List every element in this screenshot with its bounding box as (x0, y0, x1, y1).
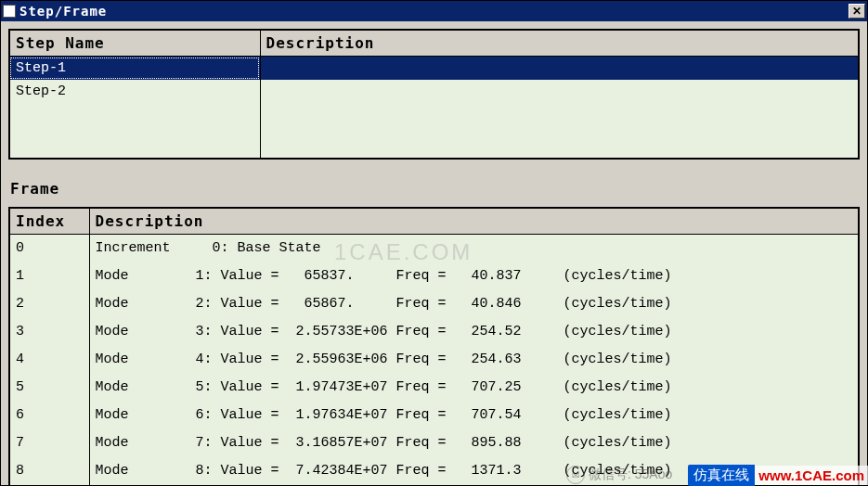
frame-desc-cell: Mode 6: Value = 1.97634E+07 Freq = 707.5… (89, 402, 859, 429)
frame-index-cell: 7 (9, 429, 89, 457)
frame-header-index[interactable]: Index (9, 208, 89, 235)
step-table-filler (9, 103, 859, 159)
frame-table[interactable]: Index Description 0 Increment 0: Base St… (8, 207, 860, 486)
frame-row[interactable]: 2 Mode 2: Value = 65867. Freq = 40.846 (… (9, 290, 859, 318)
frame-row[interactable]: 6 Mode 6: Value = 1.97634E+07 Freq = 707… (9, 402, 859, 429)
step-row[interactable]: Step-1 (9, 57, 859, 81)
frame-desc-cell: Mode 8: Value = 7.42384E+07 Freq = 1371.… (89, 457, 859, 486)
step-desc-cell (260, 57, 859, 81)
step-header-desc[interactable]: Description (260, 30, 859, 57)
frame-table-header-row: Index Description (9, 208, 859, 235)
titlebar[interactable]: Step/Frame ✕ (1, 1, 867, 21)
content-area: Step Name Description Step-1 Step-2 Fram… (1, 21, 867, 486)
frame-section-label: Frame (10, 180, 860, 198)
frame-index-cell: 4 (9, 346, 89, 374)
frame-desc-cell: Mode 3: Value = 2.55733E+06 Freq = 254.5… (89, 318, 859, 346)
step-desc-cell (260, 80, 859, 103)
step-table-header-row: Step Name Description (9, 30, 859, 57)
step-frame-window: Step/Frame ✕ Step Name Description Step-… (0, 0, 868, 486)
frame-index-cell: 8 (9, 457, 89, 486)
frame-row[interactable]: 1 Mode 1: Value = 65837. Freq = 40.837 (… (9, 262, 859, 290)
step-name-cell: Step-1 (9, 57, 260, 81)
frame-row[interactable]: 0 Increment 0: Base State (9, 235, 859, 263)
wechat-icon: ✉ (566, 466, 585, 484)
wechat-text: 微信号: 55Aoo (589, 467, 672, 483)
frame-index-cell: 5 (9, 374, 89, 402)
window-title: Step/Frame (19, 4, 849, 19)
frame-index-cell: 6 (9, 402, 89, 429)
frame-row[interactable]: 5 Mode 5: Value = 1.97473E+07 Freq = 707… (9, 374, 859, 402)
frame-desc-cell: Mode 2: Value = 65867. Freq = 40.846 (cy… (89, 290, 859, 318)
frame-index-cell: 3 (9, 318, 89, 346)
frame-desc-cell: Mode 1: Value = 65837. Freq = 40.837 (cy… (89, 262, 859, 290)
step-row[interactable]: Step-2 (9, 80, 859, 103)
step-name-cell: Step-2 (9, 80, 260, 103)
window-icon (3, 5, 16, 18)
frame-desc-cell: Increment 0: Base State (89, 235, 859, 263)
frame-row[interactable]: 3 Mode 3: Value = 2.55733E+06 Freq = 254… (9, 318, 859, 346)
wechat-overlay: ✉ 微信号: 55Aoo (566, 466, 672, 484)
frame-header-desc[interactable]: Description (89, 208, 859, 235)
frame-index-cell: 1 (9, 262, 89, 290)
frame-desc-cell: Mode 7: Value = 3.16857E+07 Freq = 895.8… (89, 429, 859, 457)
frame-index-cell: 2 (9, 290, 89, 318)
step-header-name[interactable]: Step Name (9, 30, 260, 57)
frame-row[interactable]: 8 Mode 8: Value = 7.42384E+07 Freq = 137… (9, 457, 859, 486)
frame-row[interactable]: 7 Mode 7: Value = 3.16857E+07 Freq = 895… (9, 429, 859, 457)
frame-desc-cell: Mode 4: Value = 2.55963E+06 Freq = 254.6… (89, 346, 859, 374)
step-table[interactable]: Step Name Description Step-1 Step-2 (8, 29, 860, 160)
close-button[interactable]: ✕ (849, 4, 865, 19)
frame-row[interactable]: 4 Mode 4: Value = 2.55963E+06 Freq = 254… (9, 346, 859, 374)
frame-desc-cell: Mode 5: Value = 1.97473E+07 Freq = 707.2… (89, 374, 859, 402)
frame-index-cell: 0 (9, 235, 89, 263)
